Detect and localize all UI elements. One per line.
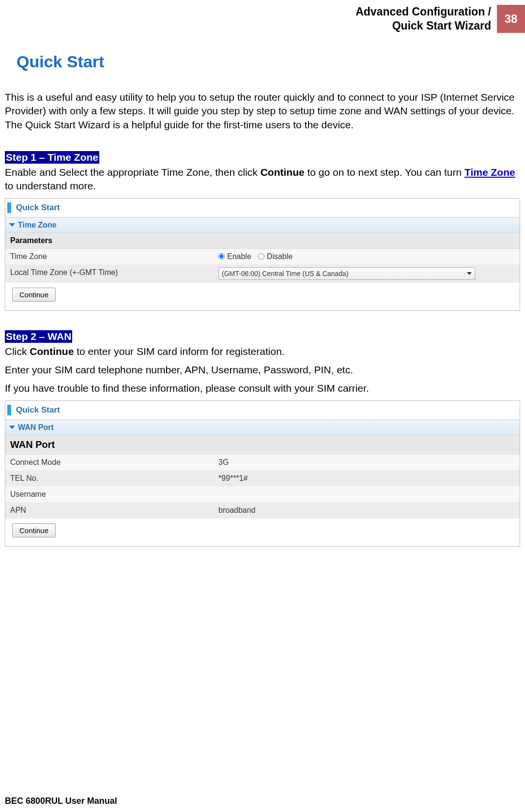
label-apn: APN	[5, 503, 214, 518]
row-apn: APN broadband	[5, 503, 520, 519]
step2-description-1: Click Continue to enter your SIM card in…	[5, 345, 520, 358]
step2-heading: Step 2 – WAN	[5, 330, 72, 343]
radio-enable[interactable]: Enable	[218, 252, 251, 261]
breadcrumb-line1: Advanced Configuration /	[355, 5, 491, 19]
breadcrumb-line2: Quick Start Wizard	[355, 19, 491, 33]
section-bar-wan-port[interactable]: WAN Port	[5, 420, 520, 435]
page-number-badge: 38	[497, 5, 525, 33]
panel-title: Quick Start	[16, 203, 60, 213]
continue-button-step1[interactable]: Continue	[12, 288, 56, 302]
row-tel-no: TEL No. *99***1#	[5, 471, 520, 487]
panel-header-2: Quick Start	[5, 401, 520, 420]
caret-down-icon	[9, 223, 15, 227]
row-local-time-zone: Local Time Zone (+-GMT Time) (GMT-06:00)…	[5, 265, 520, 283]
time-zone-link[interactable]: Time Zone	[464, 167, 515, 178]
step1-panel: Quick Start Time Zone Parameters Time Zo…	[5, 198, 520, 311]
footer-text: BEC 6800RUL User Manual	[5, 796, 117, 806]
intro-paragraph: This is a useful and easy utility to hel…	[5, 91, 520, 132]
continue-button-step2[interactable]: Continue	[12, 523, 56, 537]
value-username	[214, 487, 520, 502]
select-time-zone[interactable]: (GMT-06:00) Central Time (US & Canada)	[218, 267, 475, 280]
row-connect-mode: Connect Mode 3G	[5, 455, 520, 471]
step1-description: Enable and Select the appropriate Time Z…	[5, 166, 520, 193]
step2-panel: Quick Start WAN Port WAN Port Connect Mo…	[5, 400, 520, 547]
row-time-zone: Time Zone Enable Disable	[5, 249, 520, 265]
panel-marker-icon	[7, 405, 11, 415]
page-title: Quick Start	[16, 52, 520, 71]
label-connect-mode: Connect Mode	[5, 455, 214, 470]
parameters-header: Parameters	[5, 233, 520, 249]
label-local-time-zone: Local Time Zone (+-GMT Time)	[5, 265, 214, 282]
section-bar-time-zone[interactable]: Time Zone	[5, 217, 520, 233]
panel-header: Quick Start	[5, 199, 520, 217]
row-username: Username	[5, 487, 520, 503]
label-username: Username	[5, 487, 214, 502]
wan-port-header: WAN Port	[5, 435, 520, 455]
page-header: Advanced Configuration / Quick Start Wiz…	[0, 0, 525, 33]
chevron-down-icon	[467, 272, 472, 275]
step2-description-3: If you have trouble to find these inform…	[5, 382, 520, 395]
radio-enable-input[interactable]	[218, 253, 225, 260]
radio-disable-input[interactable]	[258, 253, 264, 260]
step2-description-2: Enter your SIM card telephone number, AP…	[5, 363, 520, 377]
value-tel-no: *99***1#	[214, 471, 520, 486]
value-connect-mode: 3G	[214, 455, 520, 470]
label-tel-no: TEL No.	[5, 471, 214, 486]
breadcrumb: Advanced Configuration / Quick Start Wiz…	[355, 5, 491, 33]
value-apn: broadband	[214, 503, 520, 518]
panel-title-2: Quick Start	[16, 405, 60, 415]
radio-disable[interactable]: Disable	[258, 252, 293, 261]
step1-heading: Step 1 – Time Zone	[5, 151, 99, 164]
caret-down-icon	[9, 426, 15, 429]
label-time-zone: Time Zone	[5, 249, 214, 264]
panel-marker-icon	[7, 202, 11, 213]
